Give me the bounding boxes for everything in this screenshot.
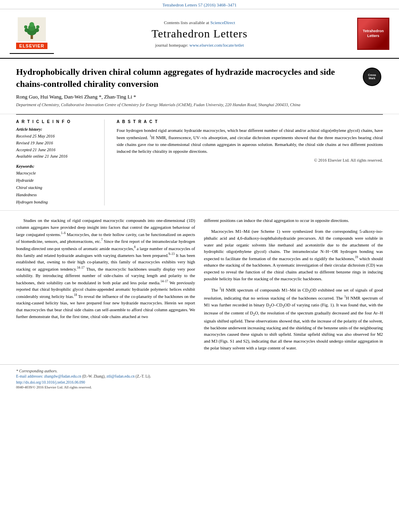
homepage-link[interactable]: www.elsevier.com/locate/tetlet: [189, 43, 244, 47]
abstract-text: Four hydrogen bonded rigid aromatic hydr…: [117, 127, 383, 155]
elsevier-wordmark: ELSEVIER: [16, 43, 47, 49]
body-right-column: different positions can induce the chira…: [204, 217, 383, 355]
footer-area: * Corresponding authors. E-mail addresse…: [0, 364, 399, 392]
history-label: Article history:: [16, 127, 96, 131]
received-date: Received 25 May 2016: [16, 133, 96, 140]
journal-header: ELSEVIER Contents lists available at Sci…: [0, 9, 399, 59]
article-affiliation: Department of Chemistry, Collaborative I…: [16, 102, 383, 108]
email-zhang[interactable]: zhangdw@fudan.edu.cn: [44, 374, 81, 378]
doi-anchor[interactable]: http://dx.doi.org/10.1016/j.tetlet.2016.…: [16, 380, 85, 384]
revised-date: Revised 19 June 2016: [16, 140, 96, 147]
body-left-p1: Studies on the stacking of rigid conjuga…: [16, 217, 195, 320]
journal-center-info: Contents lists available at ScienceDirec…: [54, 20, 345, 47]
accepted-date: Accepted 21 June 2016: [16, 147, 96, 154]
keyword-handedness: Handedness: [16, 191, 96, 199]
body-text-section: Studies on the stacking of rigid conjuga…: [0, 211, 399, 362]
body-right-p3: The 1H NMR spectrum of compounds M1–M4 i…: [204, 286, 383, 351]
article-info-column: A R T I C L E I N F O Article history: R…: [16, 119, 105, 205]
svg-point-7: [24, 25, 27, 29]
keyword-hydrogen-bonding: Hydrogen bonding: [16, 199, 96, 206]
elsevier-logo: ELSEVIER: [16, 17, 47, 49]
body-right-p2: Macrocycles M1–M4 (see Scheme 1) were sy…: [204, 228, 383, 282]
journal-homepage-url: journal homepage: www.elsevier.com/locat…: [54, 43, 345, 47]
email-addresses-line: E-mail addresses: zhangdw@fudan.edu.cn (…: [16, 374, 383, 378]
article-title-section: Hydrophobically driven chiral column agg…: [0, 59, 399, 114]
abstract-heading: A B S T R A C T: [117, 119, 383, 124]
page: Tetrahedron Letters 57 (2016) 3468–3471: [0, 0, 399, 532]
keyword-macrocycle: Macrocycle: [16, 170, 96, 177]
article-authors: Rong Guo, Hui Wang, Dan-Wei Zhang *, Zha…: [16, 94, 383, 100]
keyword-hydrazide: Hydrazide: [16, 177, 96, 184]
crossmark-icon[interactable]: CrossMark: [363, 68, 381, 86]
journal-thumbnail: TetrahedronLetters: [357, 18, 389, 50]
journal-thumb-label: TetrahedronLetters: [363, 29, 384, 38]
crossmark-label: CrossMark: [368, 74, 376, 80]
body-left-column: Studies on the stacking of rigid conjuga…: [16, 217, 195, 355]
keyword-chiral-stacking: Chiral stacking: [16, 184, 96, 191]
article-info-heading: A R T I C L E I N F O: [16, 119, 96, 124]
elsevier-logo-area: ELSEVIER: [10, 13, 54, 54]
journal-title: Tetrahedron Letters: [54, 27, 345, 40]
elsevier-tree-icon: [18, 17, 46, 41]
email-li[interactable]: ztli@fudan.edu.cn: [107, 374, 135, 378]
available-online-date: Available online 21 June 2016: [16, 153, 96, 160]
issn-line: 0040-4039/© 2016 Elsevier Ltd. All right…: [16, 385, 383, 389]
doi-link[interactable]: http://dx.doi.org/10.1016/j.tetlet.2016.…: [16, 380, 383, 384]
email-li-name: (Z.-T. Li).: [136, 374, 151, 378]
svg-point-6: [35, 28, 39, 32]
email-label: E-mail addresses:: [16, 374, 43, 378]
journal-reference-bar: Tetrahedron Letters 57 (2016) 3468–3471: [0, 0, 399, 9]
journal-thumbnail-area: TetrahedronLetters: [345, 18, 389, 50]
svg-point-8: [36, 25, 39, 29]
body-right-p1: different positions can induce the chira…: [204, 217, 383, 224]
article-title-row: Hydrophobically driven chiral column agg…: [16, 66, 383, 90]
svg-point-4: [29, 22, 34, 27]
article-info-abstract-section: A R T I C L E I N F O Article history: R…: [0, 115, 399, 211]
science-direct-link[interactable]: ScienceDirect: [210, 20, 235, 25]
svg-point-5: [25, 28, 29, 32]
keywords-label: Keywords:: [16, 164, 96, 168]
corresponding-authors-note: * Corresponding authors.: [16, 369, 383, 373]
science-direct-line: Contents lists available at ScienceDirec…: [54, 20, 345, 25]
copyright-line: © 2016 Elsevier Ltd. All rights reserved…: [117, 158, 383, 162]
email-zhang-name: (D.-W. Zhang),: [82, 374, 105, 378]
crossmark-badge-area[interactable]: CrossMark: [363, 68, 383, 88]
journal-reference-text: Tetrahedron Letters 57 (2016) 3468–3471: [162, 2, 237, 7]
article-title: Hydrophobically driven chiral column agg…: [16, 66, 363, 90]
abstract-column: A B S T R A C T Four hydrogen bonded rig…: [117, 119, 383, 205]
